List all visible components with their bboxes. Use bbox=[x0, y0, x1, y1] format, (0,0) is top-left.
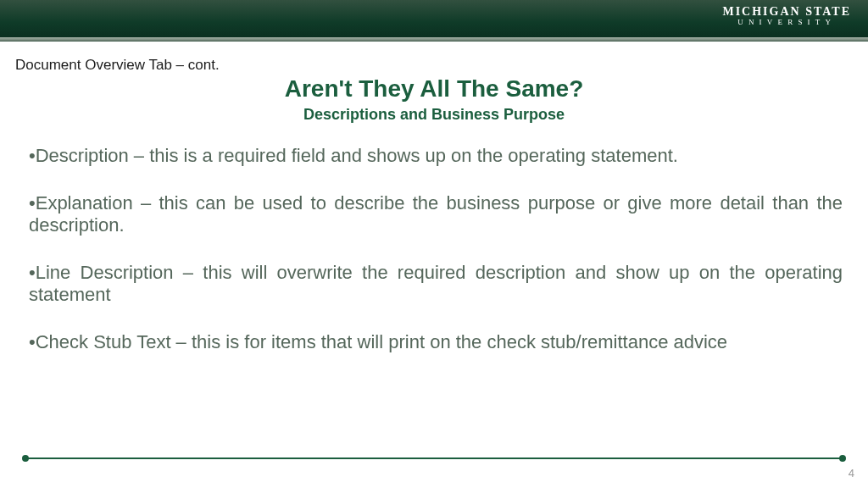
slide-body: Document Overview Tab – cont. Aren't The… bbox=[0, 42, 868, 488]
list-item: Description – this is a required field a… bbox=[29, 145, 843, 167]
divider-dot-right bbox=[839, 455, 846, 462]
header-band: MICHIGAN STATE UNIVERSITY bbox=[0, 0, 868, 37]
list-item: Check Stub Text – this is for items that… bbox=[29, 331, 843, 353]
headline-block: Aren't They All The Same? Descriptions a… bbox=[0, 75, 868, 124]
divider-line bbox=[25, 458, 843, 459]
slide-subtitle: Descriptions and Business Purpose bbox=[0, 106, 868, 124]
bullet-list: Description – this is a required field a… bbox=[29, 145, 843, 379]
page-number: 4 bbox=[849, 467, 854, 480]
list-item: Line Description – this will overwrite t… bbox=[29, 262, 843, 306]
logo-line-1: MICHIGAN STATE bbox=[722, 5, 851, 19]
slide-title: Aren't They All The Same? bbox=[0, 75, 868, 103]
divider-dot-left bbox=[22, 455, 29, 462]
breadcrumb: Document Overview Tab – cont. bbox=[15, 57, 220, 74]
logo-line-2: UNIVERSITY bbox=[722, 18, 851, 26]
list-item: Explanation – this can be used to descri… bbox=[29, 192, 843, 236]
university-logo: MICHIGAN STATE UNIVERSITY bbox=[722, 5, 851, 26]
